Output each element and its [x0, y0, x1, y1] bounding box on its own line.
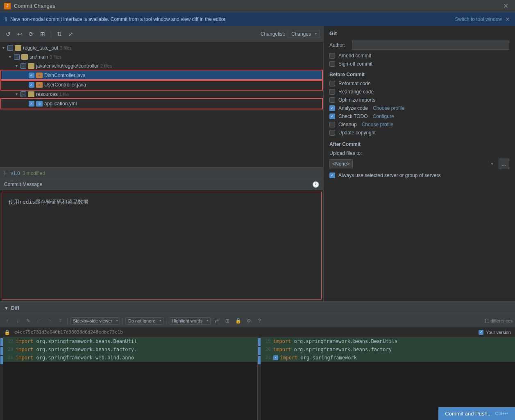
author-input[interactable]: [352, 41, 509, 50]
tree-item-user-controller[interactable]: ✓ ● UserController.java: [2, 80, 322, 89]
commit-and-push-button[interactable]: Commit and Push... Ctrl+↵: [438, 407, 515, 420]
toolbar: ↺ ↩ ⟳ ⊞ ⇅ ⤢ Changelist: Changes: [0, 26, 323, 42]
diff-highlight-select[interactable]: Highlight words: [169, 317, 211, 325]
changelist-dropdown-wrapper[interactable]: Changes: [288, 30, 320, 38]
check-todo-configure-link[interactable]: Configure: [373, 114, 394, 119]
line-code: import org.springframework.beans.BeanUti…: [16, 337, 257, 345]
item-label: reggie_take_out: [23, 45, 58, 51]
line-checkbox[interactable]: ✓: [273, 355, 278, 360]
title-bar-left: J Commit Changes: [4, 3, 55, 9]
diff-sync-button[interactable]: ⇄: [212, 316, 221, 325]
checkbox-resources[interactable]: –: [20, 91, 26, 97]
tree-item-controller[interactable]: ▼ – java\cn\whu\reggie\controller 2 file…: [0, 61, 323, 70]
diff-title: Diff: [11, 305, 19, 311]
update-copyright-checkbox[interactable]: [329, 130, 335, 136]
diff-next-button[interactable]: ↓: [13, 316, 22, 325]
diff-count: 11 differences: [484, 318, 513, 323]
tree-item-src-main[interactable]: ▼ – src\main 3 files: [0, 52, 323, 61]
diff-separator-1: [67, 318, 68, 324]
window-close-button[interactable]: ✕: [501, 1, 511, 11]
always-use-selected-label: Always use selected server or group of s…: [338, 173, 440, 178]
toolbar-undo-button[interactable]: ↩: [15, 29, 25, 39]
history-button[interactable]: 🕐: [312, 181, 319, 188]
diff-right-button[interactable]: →: [45, 316, 54, 325]
toolbar-expand-button[interactable]: ⤢: [66, 29, 76, 39]
left-panel: ↺ ↩ ⟳ ⊞ ⇅ ⤢ Changelist: Changes: [0, 26, 324, 301]
expand-arrow[interactable]: ▼: [8, 55, 14, 59]
line-code: import org.springframework.beans.factory…: [16, 345, 257, 354]
amend-commit-checkbox[interactable]: [329, 53, 335, 59]
upload-browse-button[interactable]: …: [499, 159, 509, 169]
diff-settings-button[interactable]: ⚙: [244, 316, 253, 325]
check-todo-checkbox[interactable]: ✓: [329, 114, 335, 119]
diff-prev-button[interactable]: ↑: [2, 316, 11, 325]
diff-lock-button[interactable]: 🔒: [234, 316, 243, 325]
diff-ignore-select[interactable]: Do not ignore: [125, 317, 163, 325]
analyze-code-checkbox[interactable]: ✓: [329, 105, 335, 111]
diff-line: 21 ✓ import org.springframework: [261, 354, 515, 362]
toolbar-group-button[interactable]: ⊞: [38, 29, 48, 39]
checkbox-dish-controller[interactable]: ✓: [29, 73, 34, 78]
item-label: src\main: [29, 54, 48, 60]
diff-collapse-button[interactable]: ▼: [4, 306, 9, 311]
diff-line: 19 import org.springframework.beans.Bean…: [3, 337, 257, 345]
switch-to-tool-window-link[interactable]: Switch to tool window: [455, 16, 502, 22]
info-icon: ℹ: [5, 16, 7, 23]
tree-item-dish-controller[interactable]: ✓ ● DishController.java: [2, 71, 322, 80]
diff-list-button[interactable]: ≡: [56, 316, 65, 325]
item-count: 3 files: [60, 45, 72, 50]
sign-off-commit-checkbox[interactable]: [329, 61, 335, 67]
cleanup-choose-profile-link[interactable]: Choose profile: [362, 122, 393, 127]
diff-highlight-dropdown-wrapper[interactable]: Highlight words: [169, 317, 211, 325]
folder-icon: [28, 63, 34, 69]
toolbar-refresh-button[interactable]: ↺: [3, 29, 13, 39]
expand-arrow[interactable]: ▼: [15, 64, 20, 68]
cleanup-checkbox[interactable]: [329, 122, 335, 127]
tree-item-resources[interactable]: ▼ – resources 1 file: [0, 90, 323, 99]
commit-message-textarea[interactable]: 使用redis缓存验证码和菜品数据: [5, 195, 319, 297]
sign-off-commit-row: Sign-off commit: [329, 61, 509, 67]
reformat-code-checkbox[interactable]: [329, 81, 335, 86]
diff-edit-button[interactable]: ✎: [24, 316, 33, 325]
checkbox-application-yml[interactable]: ✓: [29, 101, 34, 107]
checkbox-controller[interactable]: –: [20, 63, 26, 69]
diff-header: ▼ Diff: [0, 302, 515, 314]
after-commit-section: After Commit Upload files to: <None> … ✓…: [329, 141, 509, 178]
upload-select-wrapper[interactable]: <None>: [329, 159, 496, 168]
item-label: resources: [36, 91, 58, 97]
toolbar-sort-button[interactable]: ⇅: [54, 29, 64, 39]
toolbar-separator: [51, 30, 51, 38]
diff-file-checkbox[interactable]: ✓: [479, 330, 483, 335]
changelist-select[interactable]: Changes: [288, 30, 320, 38]
app-icon: J: [4, 3, 11, 9]
analyze-choose-profile-link[interactable]: Choose profile: [373, 105, 404, 111]
checkbox-reggie-take-out[interactable]: –: [7, 45, 13, 51]
amend-commit-row: Amend commit: [329, 53, 509, 59]
always-use-selected-checkbox[interactable]: ✓: [329, 173, 335, 178]
diff-ignore-dropdown-wrapper[interactable]: Do not ignore: [125, 317, 163, 325]
diff-viewer-select[interactable]: Side-by-side viewer: [70, 317, 120, 325]
banner-close-button[interactable]: ✕: [505, 16, 510, 23]
version-bar: ⊢ v1.0 3 modified: [0, 167, 323, 179]
optimize-imports-checkbox[interactable]: [329, 97, 335, 103]
tree-item-reggie-take-out[interactable]: ▼ – reggie_take_out 3 files: [0, 43, 323, 52]
item-count: 3 files: [50, 54, 61, 59]
expand-arrow[interactable]: ▼: [2, 46, 7, 50]
diff-panel: ▼ Diff ↑ ↓ ✎ ← → ≡ Side-by-side viewer D…: [0, 301, 515, 420]
upload-select[interactable]: <None>: [329, 159, 353, 168]
tree-item-application-yml[interactable]: ✓ ⚙ application.yml: [2, 99, 322, 108]
commit-message-input-wrapper[interactable]: 使用redis缓存验证码和菜品数据: [2, 192, 322, 300]
line-code: import org.springframework.beans.factory: [273, 345, 515, 354]
diff-viewer-dropdown-wrapper[interactable]: Side-by-side viewer: [70, 317, 120, 325]
commit-message-label: Commit Message: [4, 182, 42, 187]
checkbox-user-controller[interactable]: ✓: [29, 82, 34, 88]
version-label[interactable]: v1.0: [11, 170, 20, 176]
toolbar-sync-button[interactable]: ⟳: [26, 29, 36, 39]
checkbox-src-main[interactable]: –: [14, 54, 20, 60]
diff-left-button[interactable]: ←: [34, 316, 43, 325]
rearrange-code-checkbox[interactable]: [329, 89, 335, 95]
toolbar-right: Changelist: Changes: [261, 30, 320, 38]
expand-arrow[interactable]: ▼: [15, 92, 20, 96]
diff-help-button[interactable]: ?: [255, 316, 264, 325]
diff-columns-button[interactable]: ⊞: [223, 316, 232, 325]
